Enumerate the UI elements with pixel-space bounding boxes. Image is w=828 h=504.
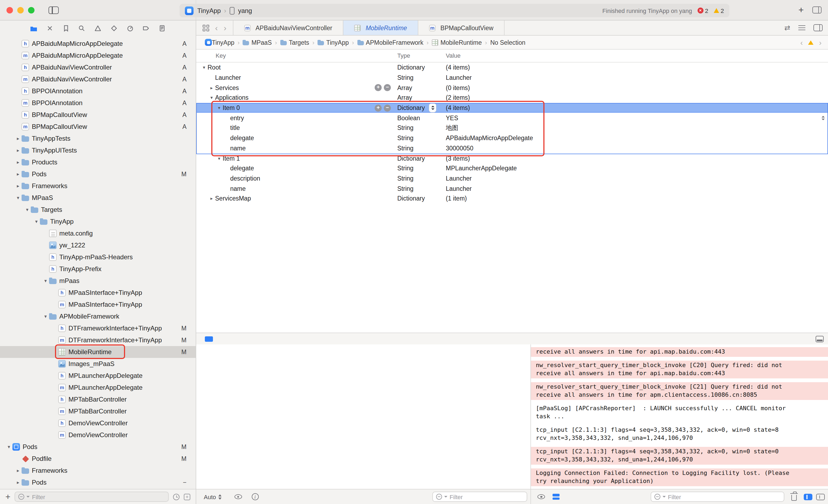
tab-bpmapcalloutview[interactable]: mBPMapCalloutView xyxy=(418,20,505,35)
close-window-button[interactable] xyxy=(6,7,13,13)
plist-row-delegate[interactable]: delegateStringAPBaiduMapMicroAppDelegate xyxy=(196,133,828,143)
disclosure-open-icon[interactable]: ▾ xyxy=(216,156,223,161)
tab-apbaidunaviviewcontroller[interactable]: mAPBaiduNaviViewController xyxy=(233,20,344,35)
disclosure-closed-icon[interactable]: ▸ xyxy=(208,85,215,90)
console-log[interactable]: receive all answers in time for api.map.… xyxy=(531,344,828,489)
column-header-value[interactable]: Value xyxy=(446,52,461,59)
console-filter-input[interactable] xyxy=(668,494,781,500)
plist-row-root[interactable]: ▾RootDictionary(4 items) xyxy=(196,62,828,73)
editor-layout-icon[interactable] xyxy=(812,6,822,13)
sidebar-item-apbaidunaviviewcontroller[interactable]: hAPBaiduNaviViewControllerA xyxy=(0,61,196,73)
plist-value-cell[interactable]: Launcher xyxy=(444,175,828,182)
debug-navigator-icon[interactable] xyxy=(125,24,134,33)
sidebar-item-mobileruntime[interactable]: MobileRuntimeM xyxy=(0,346,196,358)
plist-type-cell[interactable]: Dictionary xyxy=(397,65,444,71)
sidebar-item-demoviewcontroller[interactable]: hDemoViewController xyxy=(0,417,196,429)
minimize-window-button[interactable] xyxy=(17,7,24,13)
disclosure-closed-icon[interactable]: ▸ xyxy=(14,148,22,153)
add-editor-icon[interactable] xyxy=(814,24,823,31)
disclosure-open-icon[interactable]: ▾ xyxy=(14,195,22,201)
sidebar-item-pods[interactable]: ▸Pods− xyxy=(0,476,196,488)
plist-type-cell[interactable]: Dictionary xyxy=(397,103,444,112)
breadcrumb-item-targets[interactable]: Targets xyxy=(280,39,309,46)
quicklook-icon[interactable] xyxy=(234,494,242,499)
plist-value-cell[interactable]: (2 items) xyxy=(444,95,828,101)
sidebar-item-dtframeworkinterface-tinyapp[interactable]: mDTFrameworkInterface+TinyAppM xyxy=(0,334,196,346)
disclosure-closed-icon[interactable]: ▸ xyxy=(14,136,22,141)
issues-navigator-icon[interactable] xyxy=(93,24,102,33)
code-review-icon[interactable]: ⇄ xyxy=(784,24,790,32)
plist-type-cell[interactable]: Array xyxy=(397,84,444,91)
disclosure-closed-icon[interactable]: ▸ xyxy=(14,480,22,485)
disclosure-open-icon[interactable]: ▾ xyxy=(201,65,208,70)
sidebar-item-podfile[interactable]: PodfileM xyxy=(0,453,196,465)
plist-value-cell[interactable]: Launcher xyxy=(444,185,828,192)
info-icon[interactable]: i xyxy=(251,493,258,500)
console-quicklook-icon[interactable] xyxy=(537,494,545,499)
plist-row-servicesmap[interactable]: ▸ServicesMapDictionary(1 item) xyxy=(196,194,828,204)
sidebar-item-bppoiannotation[interactable]: mBPPOIAnnotationA xyxy=(0,97,196,109)
disclosure-closed-icon[interactable]: ▸ xyxy=(14,160,22,165)
sidebar-item-apbaidumapmicroappdelegate[interactable]: hAPBaiduMapMicroAppDelegateA xyxy=(0,38,196,50)
toggle-navigator-icon[interactable] xyxy=(48,6,59,14)
sidebar-item-tinyapptests[interactable]: ▸TinyAppTests xyxy=(0,133,196,144)
disclosure-closed-icon[interactable]: ▸ xyxy=(14,171,22,177)
console-log-entry[interactable]: tcp_input [C2.1.1:3] flags=4 seq=3,358,3… xyxy=(531,447,828,464)
plist-value-cell[interactable]: MPLauncherAppDelegate xyxy=(444,165,828,171)
project-navigator-icon[interactable] xyxy=(29,24,38,33)
sidebar-item-images-mpaas[interactable]: Images_mPaaS xyxy=(0,358,196,370)
plist-row-description[interactable]: descriptionStringLauncher xyxy=(196,173,828,183)
split-console-icon[interactable] xyxy=(816,494,825,500)
variables-scope-dropdown[interactable]: Auto xyxy=(204,494,221,500)
breadcrumb-item-apmobileframework[interactable]: APMobileFramework xyxy=(357,39,423,46)
sidebar-item-apmobileframework[interactable]: ▾APMobileFramework xyxy=(0,310,196,322)
plist-row-name[interactable]: nameStringLauncher xyxy=(196,183,828,194)
plist-type-cell[interactable]: String xyxy=(397,185,444,192)
sidebar-item-pods[interactable]: ▾PodsM xyxy=(0,441,196,453)
disclosure-closed-icon[interactable]: ▸ xyxy=(14,468,22,473)
type-stepper[interactable] xyxy=(429,103,436,112)
variables-filter-input[interactable] xyxy=(450,494,524,500)
plist-value-cell[interactable]: YES xyxy=(444,115,828,121)
console-log-entry[interactable]: nw_resolver_start_query_timer_block_invo… xyxy=(531,360,828,378)
reports-navigator-icon[interactable] xyxy=(157,24,167,33)
bookmarks-navigator-icon[interactable] xyxy=(61,24,70,33)
plist-type-cell[interactable]: Array xyxy=(397,95,444,101)
forward-icon[interactable]: › xyxy=(224,24,226,32)
plist-value-cell[interactable]: (1 item) xyxy=(444,196,828,202)
sidebar-item-mpaas[interactable]: ▾mPaas xyxy=(0,275,196,287)
plist-value-cell[interactable]: (3 items) xyxy=(444,155,828,161)
sidebar-item-mplauncherappdelegate[interactable]: mMPLauncherAppDelegate xyxy=(0,382,196,393)
sidebar-item-mpaas[interactable]: ▾MPaaS xyxy=(0,192,196,204)
value-stepper[interactable] xyxy=(819,114,826,122)
navigator-filter-input[interactable] xyxy=(32,494,165,500)
plist-value-cell[interactable]: APBaiduMapMicroAppDelegate xyxy=(444,135,828,141)
tab-mobileruntime[interactable]: MobileRuntime xyxy=(344,20,418,35)
show-console-only-icon[interactable] xyxy=(804,494,812,500)
navigator-filter-field[interactable] xyxy=(15,492,169,502)
plist-type-cell[interactable]: Boolean xyxy=(397,115,444,121)
sidebar-item-mpaasinterface-tinyapp[interactable]: mMPaaSInterface+TinyApp xyxy=(0,299,196,310)
disclosure-open-icon[interactable]: ▾ xyxy=(24,207,31,212)
plist-row-entry[interactable]: entryBooleanYES xyxy=(196,113,828,123)
tests-navigator-icon[interactable] xyxy=(110,24,119,33)
disclosure-open-icon[interactable]: ▾ xyxy=(208,95,215,100)
breadcrumb-item-tinyapp[interactable]: TinyApp xyxy=(318,39,349,46)
error-badge[interactable]: 2 xyxy=(698,7,708,14)
sidebar-item-pods[interactable]: ▸PodsM xyxy=(0,168,196,180)
plist-type-cell[interactable]: String xyxy=(397,175,444,182)
console-log-entry[interactable]: [mPaaSLog] [APCrashReporter] : LAUNCH su… xyxy=(531,404,828,421)
breadcrumb-item-mpaas[interactable]: MPaaS xyxy=(243,39,272,46)
plist-value-cell[interactable]: (0 items) xyxy=(444,84,828,91)
sidebar-item-yw-1222[interactable]: yw_1222 xyxy=(0,239,196,251)
sidebar-item-frameworks[interactable]: ▸Frameworks xyxy=(0,180,196,192)
sidebar-item-mptabbarcontroller[interactable]: mMPTabBarController xyxy=(0,405,196,417)
sidebar-item-tinyapp-mpaas-headers[interactable]: hTinyApp-mPaaS-Headers xyxy=(0,251,196,263)
console-log-entry[interactable]: Logging Connection Failed: Connection to… xyxy=(531,468,828,486)
sidebar-item-meta-config[interactable]: meta.config xyxy=(0,227,196,239)
plist-type-cell[interactable]: Dictionary xyxy=(397,155,444,161)
sidebar-item-tinyapp-prefix[interactable]: hTinyApp-Prefix xyxy=(0,263,196,275)
column-header-type[interactable]: Type xyxy=(397,52,410,59)
plist-value-cell[interactable]: 地图 xyxy=(444,124,828,132)
sidebar-item-dtframeworkinterface-tinyapp[interactable]: hDTFrameworkInterface+TinyAppM xyxy=(0,322,196,334)
